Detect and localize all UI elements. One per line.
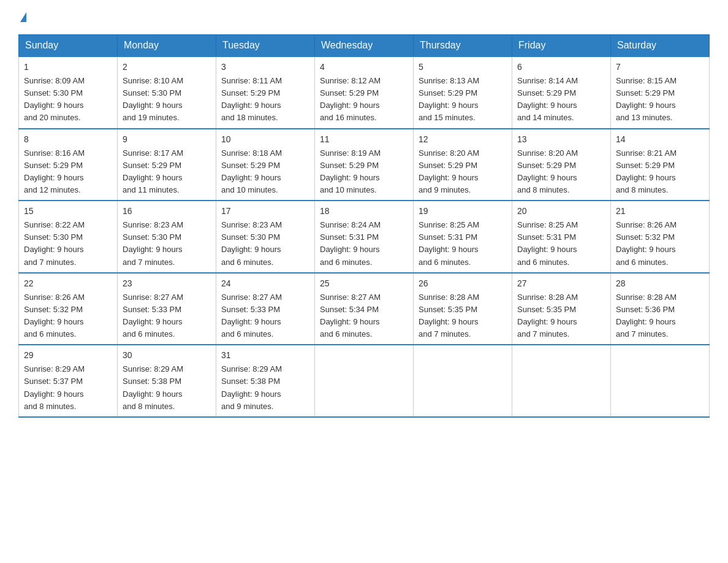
- day-info: Sunrise: 8:28 AMSunset: 5:36 PMDaylight:…: [616, 293, 677, 339]
- header-day-monday: Monday: [118, 35, 216, 57]
- calendar-cell: 27 Sunrise: 8:28 AMSunset: 5:35 PMDaylig…: [512, 273, 611, 345]
- week-row-2: 8 Sunrise: 8:16 AMSunset: 5:29 PMDayligh…: [19, 129, 710, 201]
- day-info: Sunrise: 8:28 AMSunset: 5:35 PMDaylight:…: [419, 293, 479, 339]
- day-number: 27: [517, 277, 605, 290]
- day-number: 18: [320, 205, 408, 218]
- calendar-cell: 22 Sunrise: 8:26 AMSunset: 5:32 PMDaylig…: [19, 273, 118, 345]
- day-info: Sunrise: 8:14 AMSunset: 5:29 PMDaylight:…: [517, 76, 578, 122]
- calendar-cell: 21 Sunrise: 8:26 AMSunset: 5:32 PMDaylig…: [611, 201, 710, 273]
- calendar-cell: 28 Sunrise: 8:28 AMSunset: 5:36 PMDaylig…: [611, 273, 710, 345]
- calendar-cell: 23 Sunrise: 8:27 AMSunset: 5:33 PMDaylig…: [118, 273, 216, 345]
- calendar-header: SundayMondayTuesdayWednesdayThursdayFrid…: [19, 35, 710, 57]
- day-number: 3: [221, 61, 309, 74]
- day-info: Sunrise: 8:29 AMSunset: 5:38 PMDaylight:…: [221, 364, 282, 410]
- calendar-cell: 13 Sunrise: 8:20 AMSunset: 5:29 PMDaylig…: [512, 129, 611, 201]
- day-number: 31: [221, 349, 309, 362]
- day-info: Sunrise: 8:24 AMSunset: 5:31 PMDaylight:…: [320, 220, 381, 266]
- day-info: Sunrise: 8:15 AMSunset: 5:29 PMDaylight:…: [616, 76, 677, 122]
- day-info: Sunrise: 8:23 AMSunset: 5:30 PMDaylight:…: [123, 220, 183, 266]
- calendar-cell: 10 Sunrise: 8:18 AMSunset: 5:29 PMDaylig…: [216, 129, 315, 201]
- day-number: 15: [24, 205, 112, 218]
- day-info: Sunrise: 8:27 AMSunset: 5:33 PMDaylight:…: [221, 293, 282, 339]
- day-info: Sunrise: 8:23 AMSunset: 5:30 PMDaylight:…: [221, 220, 282, 266]
- day-number: 8: [24, 133, 112, 146]
- logo: [18, 12, 26, 22]
- day-number: 7: [616, 61, 704, 74]
- day-info: Sunrise: 8:25 AMSunset: 5:31 PMDaylight:…: [517, 220, 578, 266]
- day-number: 28: [616, 277, 704, 290]
- calendar-cell: 11 Sunrise: 8:19 AMSunset: 5:29 PMDaylig…: [315, 129, 414, 201]
- week-row-5: 29 Sunrise: 8:29 AMSunset: 5:37 PMDaylig…: [19, 345, 710, 417]
- calendar-cell: [414, 345, 512, 417]
- day-info: Sunrise: 8:12 AMSunset: 5:29 PMDaylight:…: [320, 76, 381, 122]
- calendar-cell: 7 Sunrise: 8:15 AMSunset: 5:29 PMDayligh…: [611, 56, 710, 129]
- day-number: 16: [123, 205, 211, 218]
- day-number: 19: [419, 205, 507, 218]
- calendar-cell: 5 Sunrise: 8:13 AMSunset: 5:29 PMDayligh…: [414, 56, 512, 129]
- day-number: 20: [517, 205, 605, 218]
- day-number: 25: [320, 277, 408, 290]
- day-info: Sunrise: 8:20 AMSunset: 5:29 PMDaylight:…: [517, 148, 578, 194]
- day-info: Sunrise: 8:13 AMSunset: 5:29 PMDaylight:…: [419, 76, 479, 122]
- day-info: Sunrise: 8:29 AMSunset: 5:37 PMDaylight:…: [24, 364, 85, 410]
- calendar-cell: 8 Sunrise: 8:16 AMSunset: 5:29 PMDayligh…: [19, 129, 118, 201]
- calendar-cell: 16 Sunrise: 8:23 AMSunset: 5:30 PMDaylig…: [118, 201, 216, 273]
- calendar-cell: [315, 345, 414, 417]
- calendar-cell: 24 Sunrise: 8:27 AMSunset: 5:33 PMDaylig…: [216, 273, 315, 345]
- calendar-cell: 25 Sunrise: 8:27 AMSunset: 5:34 PMDaylig…: [315, 273, 414, 345]
- day-number: 21: [616, 205, 704, 218]
- calendar-cell: 6 Sunrise: 8:14 AMSunset: 5:29 PMDayligh…: [512, 56, 611, 129]
- day-number: 14: [616, 133, 704, 146]
- calendar-cell: 12 Sunrise: 8:20 AMSunset: 5:29 PMDaylig…: [414, 129, 512, 201]
- header-day-sunday: Sunday: [19, 35, 118, 57]
- day-number: 10: [221, 133, 309, 146]
- calendar-cell: 14 Sunrise: 8:21 AMSunset: 5:29 PMDaylig…: [611, 129, 710, 201]
- day-info: Sunrise: 8:11 AMSunset: 5:29 PMDaylight:…: [221, 76, 282, 122]
- calendar-cell: 1 Sunrise: 8:09 AMSunset: 5:30 PMDayligh…: [19, 56, 118, 129]
- day-number: 23: [123, 277, 211, 290]
- day-number: 29: [24, 349, 112, 362]
- day-info: Sunrise: 8:28 AMSunset: 5:35 PMDaylight:…: [517, 293, 578, 339]
- calendar-cell: [512, 345, 611, 417]
- header-day-wednesday: Wednesday: [315, 35, 414, 57]
- day-info: Sunrise: 8:29 AMSunset: 5:38 PMDaylight:…: [123, 364, 183, 410]
- day-number: 13: [517, 133, 605, 146]
- day-info: Sunrise: 8:18 AMSunset: 5:29 PMDaylight:…: [221, 148, 282, 194]
- day-number: 1: [24, 61, 112, 74]
- calendar-cell: 26 Sunrise: 8:28 AMSunset: 5:35 PMDaylig…: [414, 273, 512, 345]
- calendar-cell: 20 Sunrise: 8:25 AMSunset: 5:31 PMDaylig…: [512, 201, 611, 273]
- day-info: Sunrise: 8:27 AMSunset: 5:33 PMDaylight:…: [123, 293, 183, 339]
- page-header: [18, 12, 710, 22]
- calendar-cell: 18 Sunrise: 8:24 AMSunset: 5:31 PMDaylig…: [315, 201, 414, 273]
- header-day-tuesday: Tuesday: [216, 35, 315, 57]
- day-number: 6: [517, 61, 605, 74]
- calendar-cell: 2 Sunrise: 8:10 AMSunset: 5:30 PMDayligh…: [118, 56, 216, 129]
- day-number: 30: [123, 349, 211, 362]
- header-day-thursday: Thursday: [414, 35, 512, 57]
- week-row-3: 15 Sunrise: 8:22 AMSunset: 5:30 PMDaylig…: [19, 201, 710, 273]
- calendar-cell: 30 Sunrise: 8:29 AMSunset: 5:38 PMDaylig…: [118, 345, 216, 417]
- day-info: Sunrise: 8:17 AMSunset: 5:29 PMDaylight:…: [123, 148, 183, 194]
- day-info: Sunrise: 8:16 AMSunset: 5:29 PMDaylight:…: [24, 148, 85, 194]
- day-number: 17: [221, 205, 309, 218]
- day-info: Sunrise: 8:09 AMSunset: 5:30 PMDaylight:…: [24, 76, 85, 122]
- day-info: Sunrise: 8:22 AMSunset: 5:30 PMDaylight:…: [24, 220, 85, 266]
- day-number: 24: [221, 277, 309, 290]
- day-number: 26: [419, 277, 507, 290]
- day-number: 2: [123, 61, 211, 74]
- day-info: Sunrise: 8:21 AMSunset: 5:29 PMDaylight:…: [616, 148, 677, 194]
- calendar-body: 1 Sunrise: 8:09 AMSunset: 5:30 PMDayligh…: [19, 56, 710, 417]
- calendar-cell: 4 Sunrise: 8:12 AMSunset: 5:29 PMDayligh…: [315, 56, 414, 129]
- header-row: SundayMondayTuesdayWednesdayThursdayFrid…: [19, 35, 710, 57]
- day-info: Sunrise: 8:25 AMSunset: 5:31 PMDaylight:…: [419, 220, 479, 266]
- header-day-friday: Friday: [512, 35, 611, 57]
- day-info: Sunrise: 8:26 AMSunset: 5:32 PMDaylight:…: [616, 220, 677, 266]
- calendar-cell: 29 Sunrise: 8:29 AMSunset: 5:37 PMDaylig…: [19, 345, 118, 417]
- header-day-saturday: Saturday: [611, 35, 710, 57]
- day-number: 11: [320, 133, 408, 146]
- day-info: Sunrise: 8:10 AMSunset: 5:30 PMDaylight:…: [123, 76, 183, 122]
- day-number: 5: [419, 61, 507, 74]
- week-row-1: 1 Sunrise: 8:09 AMSunset: 5:30 PMDayligh…: [19, 56, 710, 129]
- week-row-4: 22 Sunrise: 8:26 AMSunset: 5:32 PMDaylig…: [19, 273, 710, 345]
- calendar-cell: 31 Sunrise: 8:29 AMSunset: 5:38 PMDaylig…: [216, 345, 315, 417]
